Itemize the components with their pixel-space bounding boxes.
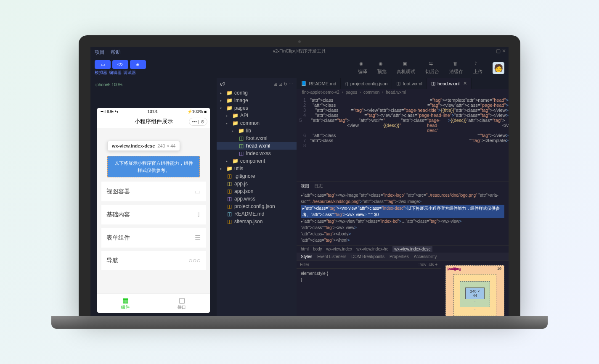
- menu-project[interactable]: 项目: [95, 49, 105, 56]
- simulator-label: 模拟器: [95, 70, 107, 76]
- toggle-debugger[interactable]: ⩩: [130, 60, 146, 69]
- upload-button[interactable]: ⤴上传: [470, 61, 486, 75]
- phone-statusbar: ••ıl IDE ⇆ 10:01 ⚡100% ■: [97, 108, 210, 115]
- styles-tab[interactable]: Properties: [390, 254, 409, 259]
- inspect-tooltip: wx-view.index-desc240 × 44: [107, 141, 180, 151]
- component-card[interactable]: 基础内容𝕋: [101, 205, 206, 224]
- clear-cache-button[interactable]: 🗑清缓存: [446, 61, 466, 75]
- file-item[interactable]: ◫README.md: [217, 210, 297, 218]
- debugger-label: 调试器: [123, 70, 136, 76]
- preview-button[interactable]: ◉预览: [374, 61, 390, 75]
- folder-item[interactable]: ▸📁image: [217, 97, 297, 104]
- component-card[interactable]: 表单组件☰: [101, 228, 206, 248]
- breadcrumb[interactable]: fino-applet-demo-v2 › pages › common › h…: [297, 89, 509, 96]
- file-explorer: v2 ⊞ ⊡ ↻ ⋯ ▸📁config▸📁image▾📁pages▸📁API▾📁…: [217, 78, 297, 316]
- explorer-root[interactable]: v2: [220, 82, 225, 87]
- tabs-overflow[interactable]: ⋯: [472, 81, 483, 86]
- file-item[interactable]: ◫sitemap.json: [217, 218, 297, 225]
- editor-tab[interactable]: ◫head.wxml✕: [427, 78, 472, 89]
- box-model: margin10 border- padding- 240 × 44 - - -: [441, 261, 509, 316]
- editor-label: 编辑器: [109, 70, 122, 76]
- toolbar: ▭ </> ⩩ 模拟器 编辑器 调试器 ◉编译 ◉预览 ▣真机调试 ⇆切后台 🗑…: [90, 58, 509, 78]
- window-title: v2-FinClip小程序开发工具: [272, 47, 327, 55]
- file-item[interactable]: ◫.gitignore: [217, 172, 297, 180]
- file-item[interactable]: ◫head.wxml: [217, 142, 297, 150]
- devtools-tab-log[interactable]: 日志: [314, 183, 323, 189]
- compile-button[interactable]: ◉编译: [355, 61, 371, 75]
- simulator-panel: iphone6 100% ••ıl IDE ⇆ 10:01 ⚡100% ■ 小程…: [90, 78, 217, 316]
- remote-debug-button[interactable]: ▣真机调试: [393, 61, 419, 75]
- file-item[interactable]: ◫app.json: [217, 187, 297, 195]
- editor-tabs: 📘README.md{}project.config.json◫foot.wxm…: [297, 78, 509, 89]
- file-item[interactable]: ◫index.wxss: [217, 150, 297, 157]
- capsule-button[interactable]: ••• | ⊙: [189, 118, 207, 126]
- toggle-editor[interactable]: </>: [112, 60, 128, 69]
- file-item[interactable]: ◫app.wxss: [217, 195, 297, 203]
- selected-element[interactable]: 以下将展示小程序官方组件能力，组件样式仅供参考。: [107, 156, 200, 177]
- folder-item[interactable]: ▾📁common: [217, 119, 297, 127]
- editor-tab[interactable]: {}project.config.json: [341, 79, 392, 89]
- phone-preview: ••ıl IDE ⇆ 10:01 ⚡100% ■ 小程序组件展示 ••• | ⊙…: [97, 108, 210, 313]
- folder-item[interactable]: ▾📁pages: [217, 104, 297, 112]
- file-item[interactable]: ◫foot.wxml: [217, 135, 297, 142]
- styles-tab[interactable]: DOM Breakpoints: [351, 254, 384, 259]
- background-button[interactable]: ⇆切后台: [422, 61, 443, 75]
- app-title: 小程序组件展示: [135, 118, 173, 125]
- css-rules[interactable]: element.style {}</span><span class="css-…: [297, 269, 441, 285]
- code-editor[interactable]: 1"attr">class="tag"><template "attr">nam…: [297, 96, 509, 182]
- editor-tab[interactable]: ◫foot.wxml: [392, 78, 427, 89]
- user-avatar[interactable]: 🧑: [493, 62, 504, 74]
- dom-breadcrumb[interactable]: htmlbodywx-view.indexwx-view.index-hdwx-…: [297, 245, 509, 253]
- styles-tab[interactable]: Event Listeners: [317, 254, 346, 259]
- toggle-simulator[interactable]: ▭: [95, 60, 111, 69]
- styles-tab[interactable]: Styles: [301, 254, 312, 259]
- devtools-panel: 视图 日志 ▸"attr">class="tag"><wx-image "att…: [297, 182, 509, 316]
- styles-filter[interactable]: [300, 262, 419, 267]
- component-card[interactable]: 导航○○○: [101, 251, 206, 270]
- component-card[interactable]: 视图容器▭: [101, 182, 206, 201]
- tab-api[interactable]: ◫接口: [154, 294, 210, 313]
- editor-tab[interactable]: 📘README.md: [297, 78, 341, 89]
- file-item[interactable]: ◫project.config.json: [217, 203, 297, 210]
- styles-toggles[interactable]: :hov .cls +: [419, 262, 437, 267]
- menu-help[interactable]: 帮助: [111, 49, 121, 56]
- folder-item[interactable]: ▸📁lib: [217, 127, 297, 135]
- folder-item[interactable]: ▸📁API: [217, 112, 297, 119]
- folder-item[interactable]: ▸📁component: [217, 157, 297, 165]
- tab-component[interactable]: ▦组件: [97, 294, 154, 313]
- dom-tree[interactable]: ▸"attr">class="tag"><wx-image "attr">cla…: [297, 190, 509, 245]
- device-info[interactable]: iphone6 100%: [94, 82, 213, 88]
- window-controls[interactable]: — ▢ ✕: [489, 48, 506, 54]
- styles-tab[interactable]: Accessibility: [414, 254, 437, 259]
- folder-item[interactable]: ▸📁utils: [217, 165, 297, 172]
- devtools-tab-view[interactable]: 视图: [301, 183, 309, 189]
- code-editor-panel: 📘README.md{}project.config.json◫foot.wxm…: [297, 78, 509, 316]
- explorer-actions[interactable]: ⊞ ⊡ ↻ ⋯: [273, 82, 293, 87]
- file-item[interactable]: ◫app.js: [217, 180, 297, 187]
- folder-item[interactable]: ▸📁config: [217, 89, 297, 97]
